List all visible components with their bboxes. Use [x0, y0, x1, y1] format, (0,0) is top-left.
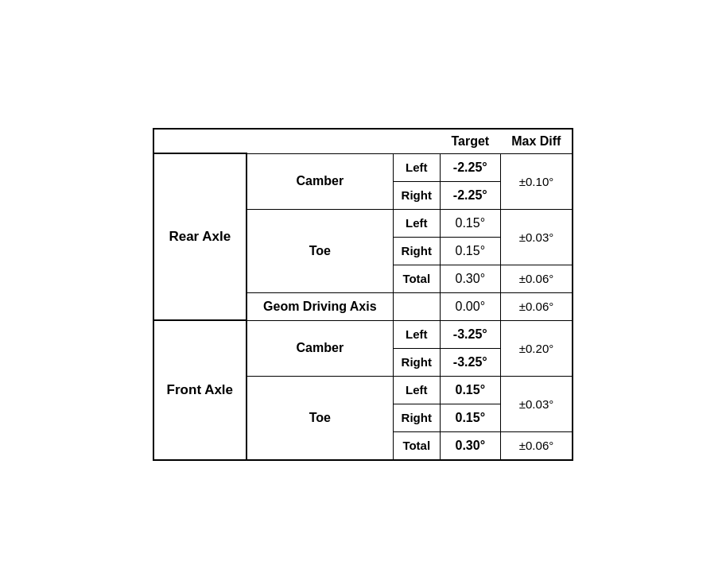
measurement-cell: Toe: [247, 209, 393, 292]
maxdiff-cell: ±0.20°: [500, 320, 573, 376]
side-cell: Left: [393, 376, 440, 404]
side-cell: Left: [393, 153, 440, 181]
axle-cell: Front Axle: [153, 320, 247, 460]
maxdiff-cell: ±0.03°: [500, 376, 573, 431]
alignment-table: Target Max Diff Rear AxleCamberLeft-2.25…: [153, 128, 574, 461]
target-cell: 0.15°: [440, 209, 500, 237]
target-cell: 0.15°: [440, 404, 500, 431]
header-maxdiff: Max Diff: [500, 129, 573, 154]
table-container: Target Max Diff Rear AxleCamberLeft-2.25…: [137, 112, 590, 477]
side-cell: [393, 292, 440, 320]
axle-cell: Rear Axle: [153, 153, 247, 320]
maxdiff-cell: ±0.06°: [500, 431, 573, 460]
target-cell: -3.25°: [440, 320, 500, 348]
header-target: Target: [440, 129, 500, 154]
header-col1: [153, 129, 247, 154]
target-cell: 0.30°: [440, 265, 500, 292]
side-cell: Right: [393, 348, 440, 376]
maxdiff-cell: ±0.06°: [500, 265, 573, 292]
side-cell: Left: [393, 320, 440, 348]
side-cell: Right: [393, 404, 440, 431]
target-cell: 0.00°: [440, 292, 500, 320]
target-cell: -2.25°: [440, 153, 500, 181]
maxdiff-cell: ±0.10°: [500, 153, 573, 209]
measurement-cell: Toe: [247, 376, 393, 460]
table-body: Rear AxleCamberLeft-2.25°±0.10°Right-2.2…: [153, 153, 573, 460]
table-row: Front AxleCamberLeft-3.25°±0.20°: [153, 320, 573, 348]
table-row: Rear AxleCamberLeft-2.25°±0.10°: [153, 153, 573, 181]
measurement-cell: Camber: [247, 153, 393, 209]
side-cell: Right: [393, 181, 440, 209]
target-cell: 0.15°: [440, 376, 500, 404]
header-col2: [247, 129, 393, 154]
measurement-cell: Geom Driving Axis: [247, 292, 393, 320]
side-cell: Left: [393, 209, 440, 237]
measurement-cell: Camber: [247, 320, 393, 376]
header-col3: [393, 129, 440, 154]
target-cell: 0.30°: [440, 431, 500, 460]
side-cell: Total: [393, 431, 440, 460]
target-cell: -3.25°: [440, 348, 500, 376]
maxdiff-cell: ±0.06°: [500, 292, 573, 320]
header-row: Target Max Diff: [153, 129, 573, 154]
side-cell: Right: [393, 237, 440, 265]
target-cell: 0.15°: [440, 237, 500, 265]
target-cell: -2.25°: [440, 181, 500, 209]
side-cell: Total: [393, 265, 440, 292]
maxdiff-cell: ±0.03°: [500, 209, 573, 265]
